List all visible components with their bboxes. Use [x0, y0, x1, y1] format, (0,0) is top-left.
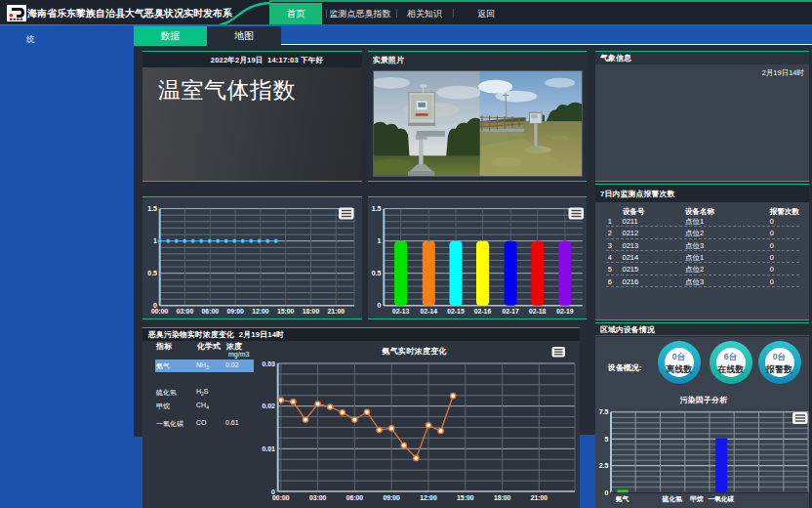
svg-text:5: 5 — [605, 435, 609, 442]
svg-text:09:00: 09:00 — [384, 493, 401, 500]
svg-text:18:00: 18:00 — [303, 307, 320, 314]
svg-text:03:00: 03:00 — [177, 307, 194, 314]
svg-text:02-17: 02-17 — [502, 307, 519, 314]
svg-text:18:00: 18:00 — [494, 493, 511, 500]
svg-text:0.02: 0.02 — [262, 402, 275, 409]
svg-text:02-18: 02-18 — [529, 307, 547, 314]
svg-text:02-16: 02-16 — [474, 307, 492, 314]
svg-text:06:00: 06:00 — [202, 307, 220, 314]
svg-text:氨气: 氨气 — [615, 495, 629, 503]
svg-text:12:00: 12:00 — [252, 307, 269, 314]
svg-text:1: 1 — [153, 237, 157, 244]
svg-text:21:00: 21:00 — [328, 307, 345, 314]
svg-text:0: 0 — [605, 488, 609, 495]
svg-text:02-15: 02-15 — [447, 307, 465, 314]
svg-text:7.5: 7.5 — [599, 408, 609, 415]
svg-text:0.03: 0.03 — [262, 360, 275, 366]
svg-text:00:00: 00:00 — [151, 307, 169, 314]
svg-text:氨气实时浓度变化: 氨气实时浓度变化 — [381, 346, 446, 356]
svg-text:02-13: 02-13 — [392, 307, 410, 314]
svg-text:1.5: 1.5 — [372, 205, 382, 212]
svg-text:0.5: 0.5 — [372, 270, 382, 276]
svg-text:06:00: 06:00 — [346, 493, 364, 500]
svg-text:12:00: 12:00 — [420, 493, 437, 500]
svg-text:09:00: 09:00 — [226, 307, 244, 314]
svg-text:02-14: 02-14 — [421, 307, 438, 314]
svg-text:0.5: 0.5 — [147, 270, 157, 276]
svg-text:03:00: 03:00 — [309, 493, 327, 500]
svg-text:一氧化碳: 一氧化碳 — [708, 495, 734, 503]
svg-text:15:00: 15:00 — [457, 493, 474, 500]
svg-text:0: 0 — [378, 302, 382, 309]
svg-text:2.5: 2.5 — [599, 462, 609, 469]
svg-text:02-19: 02-19 — [556, 307, 574, 314]
svg-text:0.01: 0.01 — [262, 444, 275, 451]
svg-text:污染因子分析: 污染因子分析 — [679, 395, 728, 403]
svg-text:21:00: 21:00 — [531, 493, 548, 500]
svg-text:15:00: 15:00 — [277, 307, 295, 314]
svg-text:1.5: 1.5 — [147, 205, 157, 212]
svg-text:1: 1 — [378, 237, 382, 244]
svg-text:00:00: 00:00 — [272, 493, 290, 500]
svg-text:硫化氢: 硫化氢 — [662, 495, 683, 503]
svg-text:甲烷: 甲烷 — [690, 495, 704, 503]
